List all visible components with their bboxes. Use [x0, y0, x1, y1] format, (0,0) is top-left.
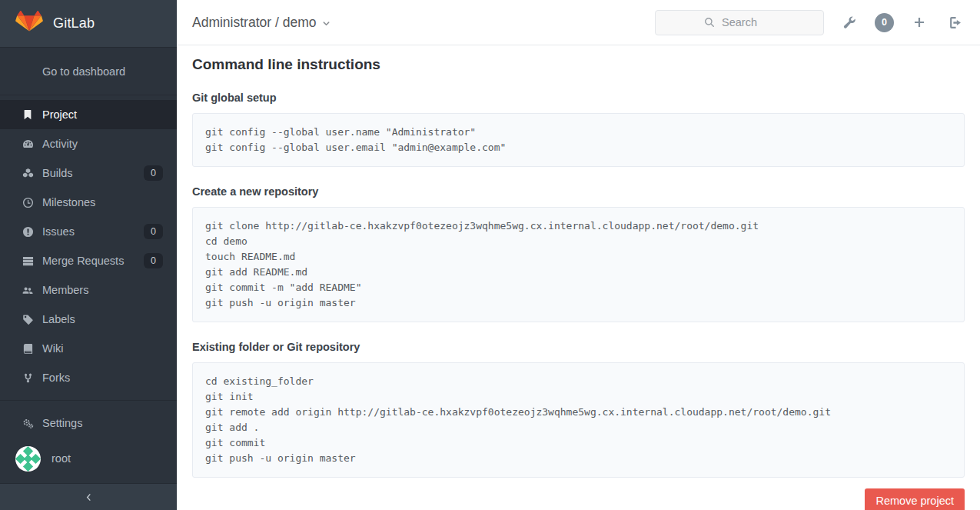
count-badge: 0 [144, 253, 163, 269]
count-badge: 0 [144, 165, 163, 182]
sidebar-divider [0, 400, 177, 401]
section-heading: Existing folder or Git repository [192, 341, 965, 353]
instruction-section: Create a new repositorygit clone http://… [192, 185, 965, 322]
page-title: Command line instructions [192, 56, 965, 73]
wrench-icon[interactable] [839, 12, 859, 32]
sections: Git global setupgit config --global user… [192, 92, 965, 478]
dashboard-icon [22, 138, 34, 150]
code-block: git config --global user.name "Administr… [192, 113, 965, 167]
code-block: cd existing_folder git init git remote a… [192, 362, 965, 478]
sidebar-item-issues[interactable]: Issues0 [0, 217, 177, 246]
breadcrumb[interactable]: Administrator / demo [192, 15, 331, 31]
sidebar-item-label: Merge Requests [42, 255, 144, 267]
sidebar-item-label: Builds [42, 167, 144, 179]
plus-icon[interactable] [909, 12, 929, 32]
users-icon [22, 284, 34, 296]
sidebar-item-label: Members [42, 284, 163, 296]
remove-project-button[interactable]: Remove project [865, 488, 965, 510]
sidebar-nav: ProjectActivityBuilds0MilestonesIssues0M… [0, 95, 177, 392]
sidebar-item-forks[interactable]: Forks [0, 363, 177, 392]
section-heading: Create a new repository [192, 185, 965, 198]
sign-out-icon[interactable] [945, 12, 965, 32]
sidebar-item-builds[interactable]: Builds0 [0, 158, 177, 188]
chevron-left-icon [85, 493, 93, 502]
code-block: git clone http://gitlab-ce.hxakzvpf0otez… [192, 207, 965, 322]
code-fork-icon [22, 372, 34, 384]
sidebar-item-label: Wiki [42, 342, 163, 355]
count-badge: 0 [144, 224, 163, 240]
sidebar-collapse-button[interactable] [0, 483, 177, 510]
sidebar-item-label: Project [42, 108, 163, 121]
sidebar-item-wiki[interactable]: Wiki [0, 334, 177, 363]
sidebar-item-settings[interactable]: Settings [0, 408, 177, 438]
avatar [15, 446, 41, 472]
actions-row: Remove project [192, 488, 965, 510]
sidebar-item-label: Forks [42, 372, 163, 384]
sidebar-item-project[interactable]: Project [0, 100, 177, 129]
main-panel: Command line instructions Git global set… [177, 45, 980, 510]
cogs-icon [22, 417, 34, 429]
user-name: root [51, 452, 71, 465]
topbar: Administrator / demo 0 [177, 0, 980, 45]
sidebar-user[interactable]: root [0, 441, 177, 476]
tags-icon [22, 313, 34, 325]
topbar-actions: 0 [655, 10, 965, 35]
cubes-icon [22, 167, 34, 179]
instruction-section: Git global setupgit config --global user… [192, 92, 965, 167]
chevron-down-icon [322, 19, 331, 28]
tasks-icon [22, 255, 34, 267]
clock-icon [22, 196, 34, 208]
sidebar-item-activity[interactable]: Activity [0, 129, 177, 158]
brand-title: GitLab [53, 15, 95, 32]
content-column: Administrator / demo 0 [177, 0, 980, 510]
sidebar-item-labels[interactable]: Labels [0, 305, 177, 334]
sidebar-item-merge-requests[interactable]: Merge Requests0 [0, 246, 177, 275]
gitlab-tanuki-icon [15, 11, 43, 37]
section-heading: Git global setup [192, 92, 965, 104]
breadcrumb-text: Administrator / demo [192, 15, 316, 31]
gitlab-app: GitLab Go to dashboard ProjectActivityBu… [0, 0, 980, 510]
sidebar-item-milestones[interactable]: Milestones [0, 188, 177, 217]
sidebar-item-label: Settings [42, 417, 163, 429]
go-to-dashboard-link[interactable]: Go to dashboard [0, 48, 177, 95]
sidebar-item-label: Activity [42, 138, 163, 150]
sidebar-item-label: Issues [42, 225, 144, 238]
instruction-section: Existing folder or Git repositorycd exis… [192, 341, 965, 478]
bookmark-icon [22, 108, 34, 121]
search-input[interactable] [655, 10, 824, 35]
sidebar-item-label: Labels [42, 313, 163, 325]
search-box [655, 10, 824, 35]
book-icon [22, 342, 34, 355]
sidebar: GitLab Go to dashboard ProjectActivityBu… [0, 0, 177, 510]
exclamation-circle-icon [22, 225, 34, 238]
todos-count-badge[interactable]: 0 [875, 13, 894, 32]
sidebar-item-members[interactable]: Members [0, 275, 177, 305]
logo-row[interactable]: GitLab [0, 0, 177, 48]
sidebar-item-label: Milestones [42, 196, 163, 208]
